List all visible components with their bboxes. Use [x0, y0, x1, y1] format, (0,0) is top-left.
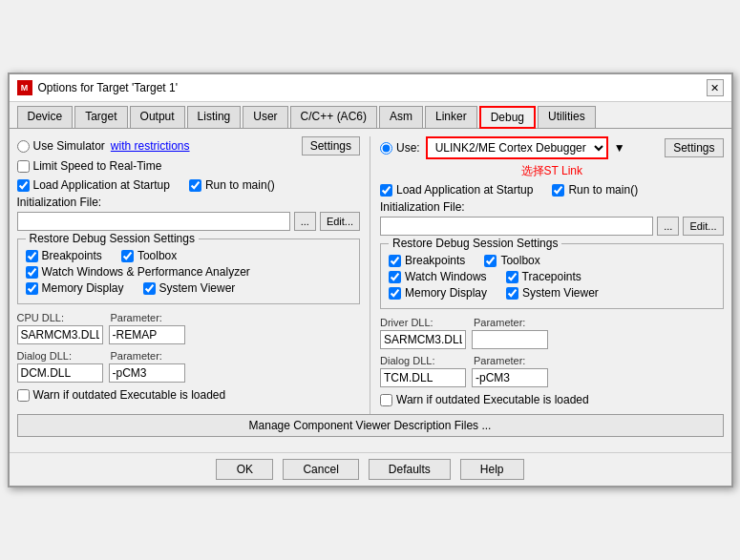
- tab-utilities[interactable]: Utilities: [538, 106, 596, 128]
- chinese-annotation: 选择ST Link: [380, 163, 724, 179]
- left-dialog-dll-input[interactable]: [17, 363, 103, 383]
- tab-asm[interactable]: Asm: [379, 106, 423, 128]
- tab-user[interactable]: User: [243, 106, 287, 128]
- right-restore-group-title: Restore Debug Session Settings: [389, 237, 561, 250]
- right-driver-param-input[interactable]: [472, 330, 548, 349]
- use-simulator-radio[interactable]: [17, 140, 30, 153]
- tab-debug[interactable]: Debug: [479, 106, 536, 129]
- right-system-viewer-checkbox[interactable]: [506, 287, 518, 300]
- left-toolbox-label[interactable]: Toolbox: [121, 249, 177, 262]
- right-top-row: Use: ULINK2/ME Cortex Debugger ▼ Setting…: [380, 136, 724, 159]
- right-use-radio[interactable]: [380, 142, 392, 155]
- left-dialog-dll-row: [17, 363, 361, 383]
- right-system-viewer-label[interactable]: System Viewer: [506, 286, 599, 300]
- left-cpu-dll-input[interactable]: [17, 325, 103, 344]
- left-cpu-dll-label: CPU DLL:: [17, 312, 103, 323]
- left-breakpoints-label[interactable]: Breakpoints: [26, 249, 102, 262]
- right-tracepoints-checkbox[interactable]: [506, 271, 518, 283]
- columns-container: Use Simulator with restrictions Settings…: [17, 136, 724, 414]
- left-init-file-row: ... Edit...: [17, 212, 361, 231]
- right-run-to-main-label[interactable]: Run to main(): [552, 183, 638, 197]
- right-browse-button[interactable]: ...: [657, 217, 679, 236]
- use-simulator-label[interactable]: Use Simulator: [17, 139, 105, 153]
- right-driver-dll-input[interactable]: [380, 330, 466, 349]
- tab-linker[interactable]: Linker: [425, 106, 477, 128]
- left-dialog-param-input[interactable]: [109, 363, 185, 383]
- right-restore-group: Restore Debug Session Settings Breakpoin…: [380, 243, 724, 309]
- left-memory-display-checkbox[interactable]: [26, 282, 38, 295]
- title-bar: M Options for Target 'Target 1' ✕: [10, 74, 731, 102]
- left-restore-row2: Watch Windows & Performance Analyzer: [26, 265, 352, 279]
- left-restore-row3: Memory Display System Viewer: [26, 281, 352, 295]
- right-dialog-dll-section: Dialog DLL: Parameter:: [380, 355, 724, 387]
- left-cpu-param-label: Parameter:: [111, 312, 162, 323]
- right-warn-checkbox[interactable]: [380, 394, 392, 406]
- left-edit-button[interactable]: Edit...: [320, 212, 360, 231]
- right-tracepoints-label[interactable]: Tracepoints: [506, 270, 581, 283]
- right-toolbox-checkbox[interactable]: [484, 255, 497, 267]
- left-breakpoints-checkbox[interactable]: [26, 250, 38, 262]
- left-warn-checkbox[interactable]: [17, 389, 30, 402]
- right-memory-display-checkbox[interactable]: [389, 287, 401, 300]
- left-watch-label[interactable]: Watch Windows & Performance Analyzer: [26, 265, 250, 279]
- tab-target[interactable]: Target: [74, 106, 127, 128]
- cancel-button[interactable]: Cancel: [283, 459, 358, 480]
- right-toolbox-label[interactable]: Toolbox: [484, 254, 539, 267]
- right-watch-label[interactable]: Watch Windows: [389, 270, 487, 283]
- right-driver-dll-section: Driver DLL: Parameter:: [380, 317, 724, 349]
- right-column: Use: ULINK2/ME Cortex Debugger ▼ Setting…: [380, 136, 724, 414]
- title-bar-left: M Options for Target 'Target 1': [17, 80, 178, 95]
- right-run-to-main-checkbox[interactable]: [552, 184, 564, 197]
- tab-listing[interactable]: Listing: [187, 106, 242, 128]
- left-load-app-label[interactable]: Load Application at Startup: [17, 178, 170, 192]
- manage-component-button[interactable]: Manage Component Viewer Description File…: [17, 414, 724, 437]
- right-warn-row: Warn if outdated Executable is loaded: [380, 393, 724, 406]
- left-system-viewer-checkbox[interactable]: [143, 282, 156, 295]
- tab-device[interactable]: Device: [17, 106, 74, 128]
- left-watch-checkbox[interactable]: [26, 266, 38, 279]
- main-content: Use Simulator with restrictions Settings…: [10, 129, 731, 452]
- left-warn-label[interactable]: Warn if outdated Executable is loaded: [17, 388, 226, 402]
- right-edit-button[interactable]: Edit...: [683, 217, 723, 236]
- left-init-file-label: Initialization File:: [17, 196, 361, 209]
- left-run-to-main-checkbox[interactable]: [189, 179, 201, 192]
- tab-output[interactable]: Output: [130, 106, 185, 128]
- left-toolbox-checkbox[interactable]: [121, 250, 134, 262]
- right-dialog-dll-input[interactable]: [380, 368, 466, 387]
- left-memory-display-label[interactable]: Memory Display: [26, 281, 124, 295]
- right-dialog-param-input[interactable]: [472, 368, 548, 387]
- right-driver-dll-labels: Driver DLL: Parameter:: [380, 317, 724, 328]
- limit-speed-label[interactable]: Limit Speed to Real-Time: [17, 159, 162, 173]
- right-restore-content: Breakpoints Toolbox Watch Windows: [389, 254, 715, 300]
- with-restrictions-link[interactable]: with restrictions: [111, 139, 190, 153]
- right-settings-button[interactable]: Settings: [665, 138, 723, 157]
- limit-speed-checkbox[interactable]: [17, 160, 30, 173]
- right-load-app-checkbox[interactable]: [380, 184, 392, 197]
- defaults-button[interactable]: Defaults: [369, 459, 451, 480]
- right-watch-checkbox[interactable]: [389, 271, 401, 283]
- simulator-row: Use Simulator with restrictions: [17, 139, 190, 153]
- right-dialog-dll-label: Dialog DLL:: [380, 355, 466, 366]
- left-init-file-input[interactable]: [17, 212, 290, 231]
- left-run-to-main-label[interactable]: Run to main(): [189, 178, 275, 192]
- right-breakpoints-label[interactable]: Breakpoints: [389, 254, 465, 267]
- right-memory-display-label[interactable]: Memory Display: [389, 286, 487, 300]
- help-button[interactable]: Help: [460, 459, 524, 480]
- left-cpu-param-input[interactable]: [109, 325, 185, 344]
- tab-cpp[interactable]: C/C++ (AC6): [290, 106, 377, 128]
- right-use-label[interactable]: Use:: [380, 141, 420, 155]
- left-system-viewer-label[interactable]: System Viewer: [143, 281, 236, 295]
- left-settings-button[interactable]: Settings: [302, 136, 360, 156]
- debugger-dropdown[interactable]: ULINK2/ME Cortex Debugger: [426, 136, 608, 159]
- right-init-file-row: ... Edit...: [380, 217, 724, 236]
- right-warn-label[interactable]: Warn if outdated Executable is loaded: [380, 393, 589, 406]
- left-restore-group-title: Restore Debug Session Settings: [26, 232, 199, 245]
- ok-button[interactable]: OK: [216, 459, 273, 480]
- right-init-file-input[interactable]: [380, 217, 653, 236]
- left-load-app-checkbox[interactable]: [17, 179, 30, 192]
- right-init-file-label: Initialization File:: [380, 200, 724, 214]
- close-button[interactable]: ✕: [707, 79, 724, 96]
- right-load-app-label[interactable]: Load Application at Startup: [380, 183, 533, 197]
- right-breakpoints-checkbox[interactable]: [389, 255, 401, 267]
- left-browse-button[interactable]: ...: [294, 212, 316, 231]
